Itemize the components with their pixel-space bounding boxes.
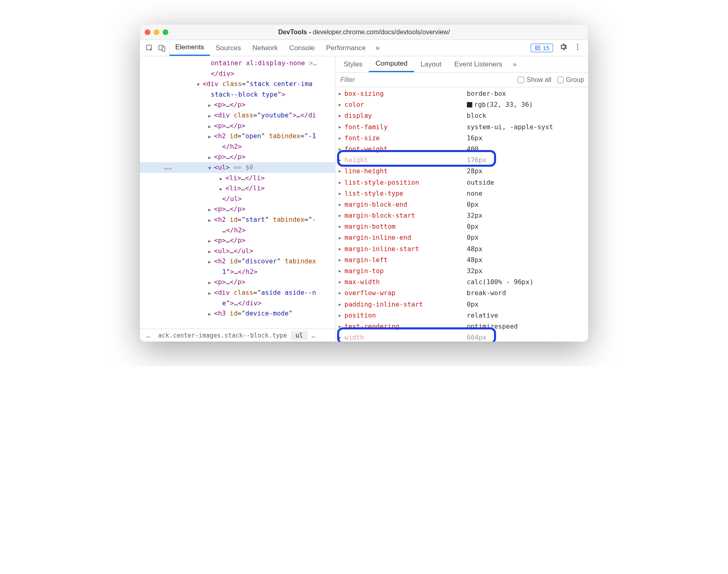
computed-margin-inline-start[interactable]: margin-inline-start48px <box>335 243 588 254</box>
expand-closed-icon[interactable] <box>339 124 344 130</box>
tab-console[interactable]: Console <box>284 40 320 56</box>
expand-closed-icon[interactable] <box>208 206 214 214</box>
more-tabs-icon[interactable]: » <box>371 44 384 52</box>
dom-node[interactable]: <p>…</p> <box>140 121 335 131</box>
tab-performance[interactable]: Performance <box>320 40 371 56</box>
sidebar-tab-styles[interactable]: Styles <box>337 56 369 72</box>
dom-node[interactable]: <h2 id="start" tabindex="- <box>140 214 335 225</box>
tab-network[interactable]: Network <box>247 40 283 56</box>
more-icon[interactable] <box>574 43 582 53</box>
dom-node[interactable]: </h2> <box>140 141 335 152</box>
expand-closed-icon[interactable] <box>208 102 214 109</box>
dom-node[interactable]: <li>…</li> <box>140 183 335 194</box>
computed-width[interactable]: width604px <box>335 332 588 342</box>
computed-margin-inline-end[interactable]: margin-inline-end0px <box>335 232 588 243</box>
expand-closed-icon[interactable] <box>339 256 344 263</box>
dom-node[interactable]: ●●●<ul> == $0 <box>140 162 335 173</box>
more-sidebar-tabs-icon[interactable]: » <box>509 60 521 68</box>
dom-node[interactable]: <h2 id="discover" tabindex <box>140 256 335 267</box>
dom-node[interactable]: 1">…</h2> <box>140 267 335 277</box>
breadcrumb-selected[interactable]: ul <box>291 331 307 340</box>
dom-node[interactable]: </div> <box>140 68 335 79</box>
breadcrumb-path[interactable]: ack.center-images.stack--block.type <box>154 331 291 340</box>
expand-closed-icon[interactable] <box>339 179 344 186</box>
inspect-icon[interactable] <box>146 44 154 52</box>
computed-font-family[interactable]: font-familysystem-ui, -apple-syst <box>335 121 588 132</box>
expand-closed-icon[interactable] <box>208 279 214 287</box>
sidebar-tab-computed[interactable]: Computed <box>369 56 414 72</box>
expand-closed-icon[interactable] <box>339 112 344 119</box>
dom-node[interactable]: <div class="aside aside--n <box>140 287 335 298</box>
dom-node[interactable]: <li>…</li> <box>140 173 335 183</box>
computed-margin-bottom[interactable]: margin-bottom0px <box>335 221 588 232</box>
dom-node[interactable]: <p>…</p> <box>140 277 335 287</box>
expand-closed-icon[interactable] <box>339 190 344 197</box>
computed-list-style-type[interactable]: list-style-typenone <box>335 188 588 199</box>
issues-badge[interactable]: 15 <box>531 44 553 52</box>
computed-padding-inline-start[interactable]: padding-inline-start0px <box>335 299 588 310</box>
expand-closed-icon[interactable] <box>208 238 214 245</box>
expand-closed-icon[interactable] <box>208 133 214 141</box>
sidebar-tab-layout[interactable]: Layout <box>414 56 448 72</box>
dom-node[interactable]: </ul> <box>140 194 335 204</box>
dom-node[interactable]: <p>…</p> <box>140 235 335 246</box>
device-toggle-icon[interactable] <box>158 44 166 52</box>
dom-node[interactable]: ontainer xl:display-none >… <box>140 58 335 68</box>
computed-text-rendering[interactable]: text-renderingoptimizespeed <box>335 321 588 332</box>
expand-closed-icon[interactable] <box>208 123 214 130</box>
computed-position[interactable]: positionrelative <box>335 310 588 321</box>
expand-closed-icon[interactable] <box>339 234 344 241</box>
computed-font-size[interactable]: font-size16px <box>335 132 588 144</box>
expand-closed-icon[interactable] <box>339 135 344 141</box>
dom-node[interactable]: <ul>…</ul> <box>140 246 335 256</box>
minimize-icon[interactable] <box>154 29 159 35</box>
expand-closed-icon[interactable] <box>339 334 344 341</box>
expand-closed-icon[interactable] <box>208 113 214 120</box>
expand-closed-icon[interactable] <box>339 146 344 152</box>
computed-line-height[interactable]: line-height28px <box>335 166 588 177</box>
expand-closed-icon[interactable] <box>339 278 344 285</box>
expand-closed-icon[interactable] <box>208 311 214 318</box>
maximize-icon[interactable] <box>163 29 168 35</box>
expand-open-icon[interactable] <box>197 81 203 88</box>
computed-list-style-position[interactable]: list-style-positionoutside <box>335 177 588 188</box>
expand-closed-icon[interactable] <box>208 217 214 224</box>
expand-closed-icon[interactable] <box>339 101 344 108</box>
expand-closed-icon[interactable] <box>339 201 344 208</box>
expand-closed-icon[interactable] <box>339 312 344 319</box>
expand-closed-icon[interactable] <box>339 157 344 163</box>
dom-node[interactable]: stack--block type"> <box>140 89 335 100</box>
breadcrumb-ellipsis[interactable]: … <box>142 331 154 340</box>
expand-closed-icon[interactable] <box>339 301 344 308</box>
expand-closed-icon[interactable] <box>220 175 225 183</box>
sidebar-tab-event-listeners[interactable]: Event Listeners <box>448 56 509 72</box>
dom-node[interactable]: <p>…</p> <box>140 204 335 214</box>
settings-icon[interactable] <box>559 42 568 53</box>
computed-display[interactable]: displayblock <box>335 110 588 121</box>
expand-closed-icon[interactable] <box>220 185 225 193</box>
dom-node[interactable]: e">…</div> <box>140 298 335 309</box>
tab-sources[interactable]: Sources <box>210 40 247 56</box>
expand-closed-icon[interactable] <box>339 223 344 230</box>
expand-closed-icon[interactable] <box>339 323 344 330</box>
dom-node[interactable]: <h3 id="device-mode" <box>140 308 335 319</box>
close-icon[interactable] <box>145 29 150 35</box>
computed-box-sizing[interactable]: box-sizingborder-box <box>335 88 588 99</box>
filter-input[interactable] <box>340 76 512 84</box>
group-checkbox[interactable]: Group <box>557 76 584 84</box>
expand-closed-icon[interactable] <box>339 267 344 274</box>
expand-closed-icon[interactable] <box>208 258 214 266</box>
dom-tree[interactable]: ontainer xl:display-none >…</div><div cl… <box>140 56 335 329</box>
breadcrumb-trailing[interactable]: … <box>307 331 319 340</box>
expand-closed-icon[interactable] <box>339 289 344 296</box>
computed-overflow-wrap[interactable]: overflow-wrapbreak-word <box>335 287 588 298</box>
computed-properties[interactable]: box-sizingborder-boxcolorrgb(32, 33, 36)… <box>335 87 588 342</box>
dom-node[interactable]: …</h2> <box>140 225 335 236</box>
expand-closed-icon[interactable] <box>339 168 344 174</box>
expand-closed-icon[interactable] <box>208 248 214 256</box>
expand-closed-icon[interactable] <box>339 212 344 219</box>
dom-node[interactable]: <p>…</p> <box>140 152 335 162</box>
dom-node[interactable]: <div class="youtube">…</di <box>140 110 335 121</box>
dom-node[interactable]: <h2 id="open" tabindex="-1 <box>140 131 335 141</box>
show-all-checkbox[interactable]: Show all <box>518 76 551 84</box>
